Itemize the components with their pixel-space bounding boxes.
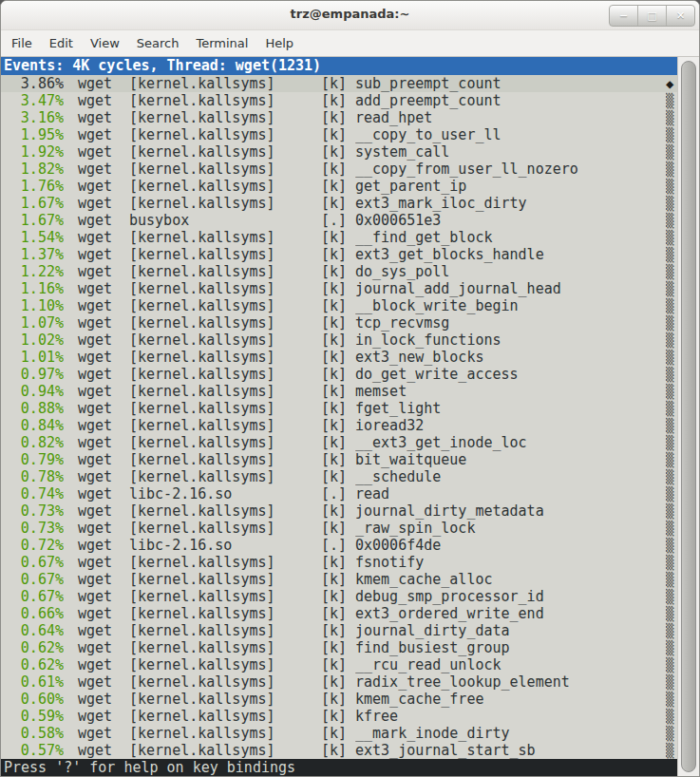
table-row[interactable]: 0.79% wget [kernel.kallsyms] [k] bit_wai… xyxy=(1,451,677,468)
titlebar[interactable]: trz@empanada:~ − □ ✕ xyxy=(1,1,699,30)
scroll-indicator: ▒ xyxy=(666,520,677,537)
maximize-button[interactable]: □ xyxy=(637,6,666,26)
scroll-indicator: ▒ xyxy=(666,349,677,366)
table-row[interactable]: 3.86% wget [kernel.kallsyms] [k] sub_pre… xyxy=(1,75,677,92)
scroll-indicator: ◆ xyxy=(666,75,677,92)
table-row[interactable]: 1.10% wget [kernel.kallsyms] [k] __block… xyxy=(1,297,677,314)
table-row[interactable]: 0.62% wget [kernel.kallsyms] [k] __rcu_r… xyxy=(1,656,677,673)
gtk-scrollbar[interactable] xyxy=(677,57,699,776)
table-row[interactable]: 1.76% wget [kernel.kallsyms] [k] get_par… xyxy=(1,178,677,195)
row-command: wget xyxy=(64,246,129,263)
table-row[interactable]: 3.47% wget [kernel.kallsyms] [k] add_pre… xyxy=(1,92,677,109)
table-row[interactable]: 1.82% wget [kernel.kallsyms] [k] __copy_… xyxy=(1,161,677,178)
row-symbol-type: [k] xyxy=(321,126,355,143)
table-row[interactable]: 0.82% wget [kernel.kallsyms] [k] __ext3_… xyxy=(1,434,677,451)
table-row[interactable]: 0.57% wget [kernel.kallsyms] [k] ext3_jo… xyxy=(1,742,677,759)
row-shared-object: [kernel.kallsyms] xyxy=(129,622,321,639)
menu-item[interactable]: Search xyxy=(128,32,188,54)
row-command: wget xyxy=(64,314,129,332)
table-row[interactable]: 1.01% wget [kernel.kallsyms] [k] ext3_ne… xyxy=(1,349,677,366)
minimize-button[interactable]: − xyxy=(610,6,637,26)
row-shared-object: [kernel.kallsyms] xyxy=(129,178,321,195)
terminal-window: trz@empanada:~ − □ ✕ File Edit View Sear… xyxy=(0,0,700,777)
row-symbol-type: [k] xyxy=(321,195,355,212)
table-row[interactable]: 0.66% wget [kernel.kallsyms] [k] ext3_or… xyxy=(1,605,677,622)
table-row[interactable]: 1.02% wget [kernel.kallsyms] [k] in_lock… xyxy=(1,332,677,349)
row-percent: 1.92% xyxy=(4,143,64,161)
table-row[interactable]: 0.60% wget [kernel.kallsyms] [k] kmem_ca… xyxy=(1,691,677,708)
menu-item[interactable]: View xyxy=(82,32,128,54)
table-row[interactable]: 0.72% wget libc-2.16.so [.] 0x0006f4de ▒ xyxy=(1,537,677,554)
table-row[interactable]: 0.62% wget [kernel.kallsyms] [k] find_bu… xyxy=(1,639,677,656)
table-row[interactable]: 1.67% wget busybox [.] 0x000651e3 ▒ xyxy=(1,212,677,229)
row-symbol-type: [k] xyxy=(321,263,355,280)
row-shared-object: [kernel.kallsyms] xyxy=(129,502,321,520)
row-symbol: 0x000651e3 xyxy=(355,212,666,229)
scrollbar-thumb[interactable] xyxy=(681,61,696,772)
row-command: wget xyxy=(64,451,129,468)
row-command: wget xyxy=(64,92,129,109)
table-row[interactable]: 0.59% wget [kernel.kallsyms] [k] kfree ▒ xyxy=(1,708,677,725)
row-shared-object: [kernel.kallsyms] xyxy=(129,109,321,126)
table-row[interactable]: 1.22% wget [kernel.kallsyms] [k] do_sys_… xyxy=(1,263,677,280)
row-command: wget xyxy=(64,109,129,126)
row-symbol-type: [k] xyxy=(321,314,355,332)
table-row[interactable]: 1.67% wget [kernel.kallsyms] [k] ext3_ma… xyxy=(1,195,677,212)
table-row[interactable]: 0.73% wget [kernel.kallsyms] [k] _raw_sp… xyxy=(1,520,677,537)
table-row[interactable]: 0.58% wget [kernel.kallsyms] [k] __mark_… xyxy=(1,725,677,742)
minimize-icon: − xyxy=(619,9,628,22)
menu-item[interactable]: File xyxy=(3,32,41,54)
scroll-indicator: ▒ xyxy=(666,417,677,434)
row-shared-object: [kernel.kallsyms] xyxy=(129,195,321,212)
row-shared-object: [kernel.kallsyms] xyxy=(129,332,321,349)
table-row[interactable]: 0.78% wget [kernel.kallsyms] [k] __sched… xyxy=(1,468,677,485)
menu-item[interactable]: Help xyxy=(256,32,302,54)
help-statusbar: Press '?' for help on key bindings xyxy=(1,759,677,776)
row-percent: 1.02% xyxy=(4,332,64,349)
row-percent: 1.67% xyxy=(4,212,64,229)
table-row[interactable]: 0.84% wget [kernel.kallsyms] [k] ioread3… xyxy=(1,417,677,434)
table-row[interactable]: 0.67% wget [kernel.kallsyms] [k] fsnotif… xyxy=(1,554,677,571)
row-percent: 1.54% xyxy=(4,229,64,246)
table-row[interactable]: 1.37% wget [kernel.kallsyms] [k] ext3_ge… xyxy=(1,246,677,263)
row-command: wget xyxy=(64,195,129,212)
row-percent: 1.82% xyxy=(4,161,64,178)
row-symbol: journal_dirty_data xyxy=(355,622,666,639)
close-button[interactable]: ✕ xyxy=(666,6,694,26)
table-row[interactable]: 1.16% wget [kernel.kallsyms] [k] journal… xyxy=(1,280,677,297)
table-row[interactable]: 0.64% wget [kernel.kallsyms] [k] journal… xyxy=(1,622,677,639)
menu-item[interactable]: Edit xyxy=(41,32,82,54)
table-row[interactable]: 0.67% wget [kernel.kallsyms] [k] kmem_ca… xyxy=(1,571,677,588)
scroll-indicator: ▒ xyxy=(666,639,677,656)
row-shared-object: [kernel.kallsyms] xyxy=(129,520,321,537)
table-row[interactable]: 0.97% wget [kernel.kallsyms] [k] do_get_… xyxy=(1,366,677,383)
row-percent: 0.78% xyxy=(4,468,64,485)
menu-item[interactable]: Terminal xyxy=(187,32,256,54)
table-row[interactable]: 0.61% wget [kernel.kallsyms] [k] radix_t… xyxy=(1,673,677,691)
row-shared-object: libc-2.16.so xyxy=(129,485,321,502)
table-row[interactable]: 1.54% wget [kernel.kallsyms] [k] __find_… xyxy=(1,229,677,246)
table-row[interactable]: 0.88% wget [kernel.kallsyms] [k] fget_li… xyxy=(1,400,677,417)
window-title: trz@empanada:~ xyxy=(1,7,699,21)
table-row[interactable]: 1.07% wget [kernel.kallsyms] [k] tcp_rec… xyxy=(1,314,677,332)
row-percent: 0.61% xyxy=(4,673,64,691)
row-symbol-type: [k] xyxy=(321,161,355,178)
row-symbol: __copy_from_user_ll_nozero xyxy=(355,161,666,178)
row-percent: 0.58% xyxy=(4,725,64,742)
table-row[interactable]: 1.92% wget [kernel.kallsyms] [k] system_… xyxy=(1,143,677,161)
row-symbol: bit_waitqueue xyxy=(355,451,666,468)
row-percent: 0.84% xyxy=(4,417,64,434)
table-row[interactable]: 0.74% wget libc-2.16.so [.] read ▒ xyxy=(1,485,677,502)
scroll-indicator: ▒ xyxy=(666,229,677,246)
row-command: wget xyxy=(64,691,129,708)
table-row[interactable]: 0.94% wget [kernel.kallsyms] [k] memset … xyxy=(1,383,677,400)
scroll-indicator: ▒ xyxy=(666,383,677,400)
table-row[interactable]: 0.67% wget [kernel.kallsyms] [k] debug_s… xyxy=(1,588,677,605)
row-symbol: do_get_write_access xyxy=(355,366,666,383)
scroll-indicator: ▒ xyxy=(666,195,677,212)
table-row[interactable]: 1.95% wget [kernel.kallsyms] [k] __copy_… xyxy=(1,126,677,143)
table-row[interactable]: 0.73% wget [kernel.kallsyms] [k] journal… xyxy=(1,502,677,520)
perf-events-header: Events: 4K cycles, Thread: wget(1231) xyxy=(1,57,677,75)
table-row[interactable]: 3.16% wget [kernel.kallsyms] [k] read_hp… xyxy=(1,109,677,126)
row-symbol-type: [k] xyxy=(321,349,355,366)
